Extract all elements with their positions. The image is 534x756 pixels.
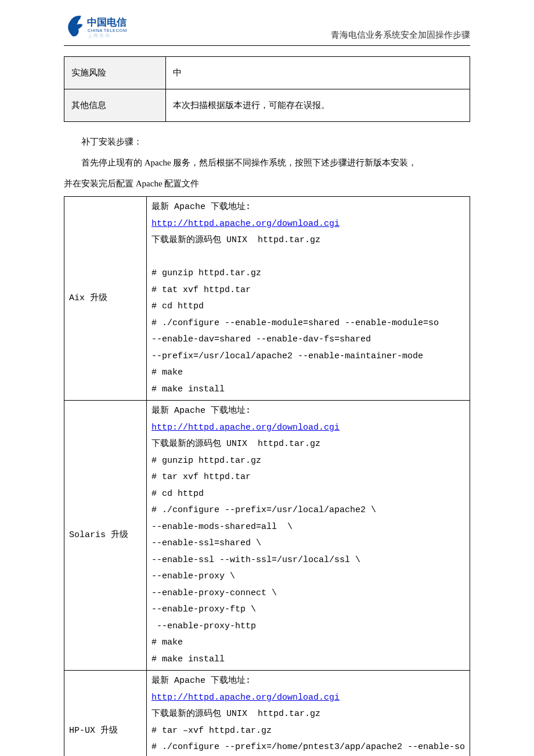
svg-text:上  网  查  询: 上 网 查 询 xyxy=(88,33,110,38)
download-link[interactable]: http://httpd.apache.org/download.cgi xyxy=(151,423,340,433)
post-text: 下载最新的源码包 UNIX httpd.tar.gz # gunzip http… xyxy=(151,439,376,664)
meta-label: 实施风险 xyxy=(64,57,166,89)
logo: 中国电信 CHINA TELECOM 上 网 查 询 xyxy=(64,12,151,42)
meta-label: 其他信息 xyxy=(64,89,166,122)
page-header: 中国电信 CHINA TELECOM 上 网 查 询 青海电信业务系统安全加固操… xyxy=(64,12,470,46)
svg-text:CHINA TELECOM: CHINA TELECOM xyxy=(88,28,127,33)
page: 中国电信 CHINA TELECOM 上 网 查 询 青海电信业务系统安全加固操… xyxy=(0,0,534,756)
download-link[interactable]: http://httpd.apache.org/download.cgi xyxy=(151,219,340,229)
meta-row: 其他信息 本次扫描根据版本进行，可能存在误报。 xyxy=(64,89,470,122)
header-title: 青海电信业务系统安全加固操作步骤 xyxy=(331,30,470,42)
table-row: Aix 升级 最新 Apache 下载地址: http://httpd.apac… xyxy=(64,197,470,401)
download-link[interactable]: http://httpd.apache.org/download.cgi xyxy=(151,693,340,703)
paragraph: 并在安装完后配置 Apache 配置文件 xyxy=(64,173,470,194)
paragraph: 首先停止现有的 Apache 服务，然后根据不同操作系统，按照下述步骤进行新版本… xyxy=(64,152,470,173)
upgrade-table: Aix 升级 最新 Apache 下载地址: http://httpd.apac… xyxy=(64,196,470,756)
pre-text: 最新 Apache 下载地址: xyxy=(151,406,251,416)
os-cell: Aix 升级 xyxy=(64,197,147,401)
content-cell: 最新 Apache 下载地址: http://httpd.apache.org/… xyxy=(146,401,470,671)
svg-text:中国电信: 中国电信 xyxy=(87,17,127,28)
post-text: 下载最新的源码包 UNIX httpd.tar.gz # tar –xvf ht… xyxy=(151,709,465,756)
pre-text: 最新 Apache 下载地址: xyxy=(151,676,251,686)
content-cell: 最新 Apache 下载地址: http://httpd.apache.org/… xyxy=(146,197,470,401)
pre-text: 最新 Apache 下载地址: xyxy=(151,202,251,212)
meta-table: 实施风险 中 其他信息 本次扫描根据版本进行，可能存在误报。 xyxy=(64,56,470,122)
post-text: 下载最新的源码包 UNIX httpd.tar.gz # gunzip http… xyxy=(151,235,439,394)
meta-value: 本次扫描根据版本进行，可能存在误报。 xyxy=(166,89,470,122)
svg-point-0 xyxy=(78,17,81,20)
table-row: Solaris 升级 最新 Apache 下载地址: http://httpd.… xyxy=(64,401,470,671)
os-cell: Solaris 升级 xyxy=(64,401,147,671)
os-cell: HP-UX 升级 xyxy=(64,671,147,757)
meta-row: 实施风险 中 xyxy=(64,57,470,89)
content-cell: 最新 Apache 下载地址: http://httpd.apache.org/… xyxy=(146,671,470,757)
table-row: HP-UX 升级 最新 Apache 下载地址: http://httpd.ap… xyxy=(64,671,470,757)
meta-value: 中 xyxy=(166,57,470,89)
paragraph: 补丁安装步骤： xyxy=(64,131,470,152)
